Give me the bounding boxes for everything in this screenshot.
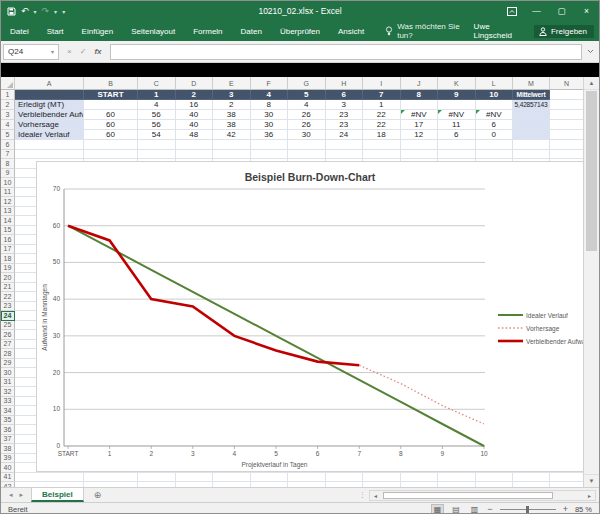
ribbon-tab-formeln[interactable]: Formeln <box>184 21 231 41</box>
sheet-next-icon[interactable]: ▸ <box>20 491 24 499</box>
row-header-33[interactable]: 33 <box>1 397 15 407</box>
row-header-37[interactable]: 37 <box>1 435 15 445</box>
row-header-39[interactable]: 39 <box>1 454 15 464</box>
cell-E4[interactable]: 38 <box>213 120 251 130</box>
cell-J4[interactable]: 17 <box>401 120 439 130</box>
column-header-G[interactable]: G <box>288 77 326 90</box>
sheet-tab-beispiel[interactable]: Beispiel <box>31 488 84 502</box>
cell-M4[interactable] <box>513 120 550 130</box>
column-header-K[interactable]: K <box>438 77 476 90</box>
ribbon-tab-datei[interactable]: Datei <box>1 21 38 41</box>
row-header-41[interactable]: 41 <box>1 473 15 483</box>
name-box-dropdown-icon[interactable]: ▾ <box>51 48 54 55</box>
row-header-6[interactable]: 6 <box>1 140 15 150</box>
row-header-15[interactable]: 15 <box>1 226 15 236</box>
name-box[interactable]: Q24 ▾ <box>3 44 59 60</box>
row-header-40[interactable]: 40 <box>1 463 15 473</box>
column-header-I[interactable]: I <box>363 77 401 90</box>
row-header-29[interactable]: 29 <box>1 359 15 369</box>
zoom-in-icon[interactable]: + <box>563 504 568 514</box>
cell-L2[interactable] <box>476 100 514 110</box>
normal-view-icon[interactable]: ▦ <box>432 505 444 514</box>
cell-G41[interactable] <box>288 473 326 483</box>
cell-K2[interactable] <box>438 100 476 110</box>
scroll-up-icon[interactable]: ▲ <box>584 77 599 90</box>
cell-D1[interactable]: 2 <box>176 90 214 100</box>
cell-M6[interactable] <box>513 140 550 150</box>
cell-N1[interactable] <box>550 90 584 100</box>
cell-G3[interactable]: 26 <box>288 110 326 120</box>
row-header-38[interactable]: 38 <box>1 444 15 454</box>
page-layout-view-icon[interactable]: ▤ <box>450 505 462 514</box>
cell-M3[interactable] <box>513 110 550 120</box>
vertical-scrollbar[interactable]: ▲ ▼ <box>583 77 599 487</box>
cell-K41[interactable] <box>438 473 476 483</box>
cell-D6[interactable] <box>176 140 214 150</box>
cell-A5[interactable]: Idealer Verlauf <box>15 130 84 140</box>
legend-label-1[interactable]: Idealer Verlauf <box>526 312 568 319</box>
cell-F2[interactable]: 8 <box>251 100 289 110</box>
row-header-24[interactable]: 24 <box>1 311 15 321</box>
column-header-B[interactable]: B <box>84 77 138 90</box>
cell-F1[interactable]: 4 <box>251 90 289 100</box>
row-header-19[interactable]: 19 <box>1 264 15 274</box>
cell-J41[interactable] <box>401 473 439 483</box>
cell-H2[interactable]: 3 <box>326 100 364 110</box>
row-header-23[interactable]: 23 <box>1 302 15 312</box>
zoom-slider[interactable] <box>500 509 556 510</box>
user-name[interactable]: Uwe Lingscheid <box>474 22 525 40</box>
cell-E1[interactable]: 3 <box>213 90 251 100</box>
cell-J2[interactable] <box>401 100 439 110</box>
cell-G4[interactable]: 26 <box>288 120 326 130</box>
cell-D3[interactable]: 40 <box>176 110 214 120</box>
formula-bar-expand-icon[interactable] <box>582 47 599 56</box>
cell-E5[interactable]: 42 <box>213 130 251 140</box>
cell-D7[interactable] <box>176 150 214 160</box>
cell-C4[interactable]: 56 <box>138 120 176 130</box>
column-header-C[interactable]: C <box>138 77 176 90</box>
cell-H7[interactable] <box>326 150 364 160</box>
cell-A3[interactable]: Verbleibender Aufwand <box>15 110 84 120</box>
tab-scrollbar-sizer[interactable]: ⋮ <box>359 491 366 499</box>
cell-L41[interactable] <box>476 473 514 483</box>
column-header-A[interactable]: A <box>15 77 84 90</box>
horizontal-scroll-thumb[interactable] <box>383 492 553 499</box>
cell-J1[interactable]: 8 <box>401 90 439 100</box>
cell-B7[interactable] <box>84 150 138 160</box>
cell-G5[interactable]: 30 <box>288 130 326 140</box>
cell-K7[interactable] <box>438 150 476 160</box>
zoom-slider-thumb[interactable] <box>526 506 529 513</box>
row-header-2[interactable]: 2 <box>1 100 15 110</box>
cell-J6[interactable] <box>401 140 439 150</box>
cell-B6[interactable] <box>84 140 138 150</box>
cell-B4[interactable]: 60 <box>84 120 138 130</box>
row-header-17[interactable]: 17 <box>1 245 15 255</box>
cell-I1[interactable]: 7 <box>363 90 401 100</box>
row-header-7[interactable]: 7 <box>1 150 15 160</box>
cell-G2[interactable]: 4 <box>288 100 326 110</box>
cell-K1[interactable]: 9 <box>438 90 476 100</box>
column-header-E[interactable]: E <box>213 77 251 90</box>
cell-G6[interactable] <box>288 140 326 150</box>
cell-K4[interactable]: 11 <box>438 120 476 130</box>
row-header-16[interactable]: 16 <box>1 235 15 245</box>
cell-B2[interactable] <box>84 100 138 110</box>
cell-I7[interactable] <box>363 150 401 160</box>
minimize-button[interactable]: — <box>524 1 549 21</box>
cell-C1[interactable]: 1 <box>138 90 176 100</box>
ribbon-tab-ansicht[interactable]: Ansicht <box>329 21 373 41</box>
cell-H4[interactable]: 23 <box>326 120 364 130</box>
zoom-level[interactable]: 85 % <box>575 505 592 514</box>
cell-G7[interactable] <box>288 150 326 160</box>
row-header-11[interactable]: 11 <box>1 188 15 198</box>
cell-D41[interactable] <box>176 473 214 483</box>
row-header-1[interactable]: 1 <box>1 90 15 100</box>
cell-F6[interactable] <box>251 140 289 150</box>
cell-M5[interactable] <box>513 130 550 140</box>
cell-H1[interactable]: 6 <box>326 90 364 100</box>
scroll-right-icon[interactable]: ► <box>584 491 595 500</box>
cell-F3[interactable]: 30 <box>251 110 289 120</box>
cell-J5[interactable]: 12 <box>401 130 439 140</box>
cell-M2[interactable]: 5,42857143 <box>513 100 550 110</box>
add-sheet-icon[interactable]: ⊕ <box>94 490 102 500</box>
